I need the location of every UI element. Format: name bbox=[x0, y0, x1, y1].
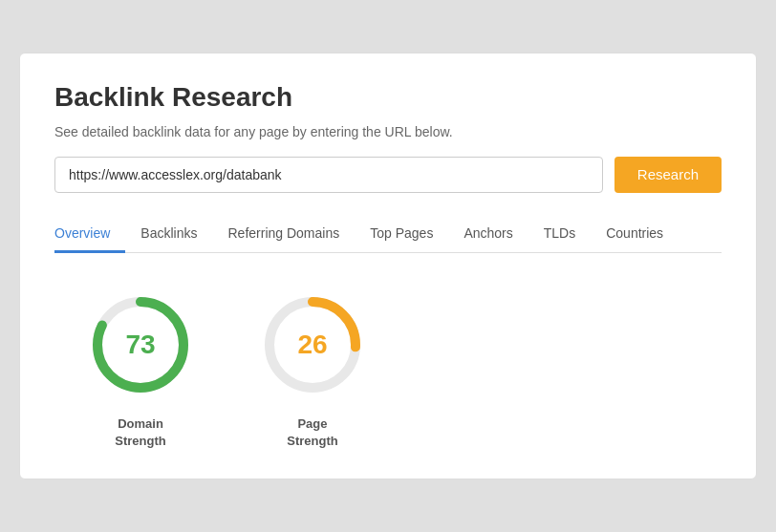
domain-strength-metric: 73 DomainStrength bbox=[83, 287, 198, 450]
search-row: Research bbox=[54, 157, 722, 193]
domain-strength-circle: 73 bbox=[83, 287, 198, 402]
page-strength-label: PageStrength bbox=[287, 415, 337, 450]
page-strength-metric: 26 PageStrength bbox=[255, 287, 370, 450]
tab-tlds[interactable]: TLDs bbox=[528, 216, 591, 253]
domain-strength-value: 73 bbox=[125, 330, 155, 360]
tab-overview[interactable]: Overview bbox=[54, 216, 125, 253]
tab-countries[interactable]: Countries bbox=[591, 216, 679, 253]
tabs-container: Overview Backlinks Referring Domains Top… bbox=[54, 216, 722, 253]
tab-anchors[interactable]: Anchors bbox=[448, 216, 528, 253]
tab-top-pages[interactable]: Top Pages bbox=[355, 216, 448, 253]
main-card: Backlink Research See detailed backlink … bbox=[19, 53, 757, 479]
research-button[interactable]: Research bbox=[614, 157, 722, 193]
page-strength-value: 26 bbox=[297, 330, 327, 360]
url-input[interactable] bbox=[54, 157, 603, 193]
domain-strength-label: DomainStrength bbox=[115, 415, 165, 450]
metrics-row: 73 DomainStrength 26 PageStrength bbox=[54, 287, 722, 450]
tab-referring-domains[interactable]: Referring Domains bbox=[213, 216, 356, 253]
page-title: Backlink Research bbox=[54, 82, 722, 113]
tab-backlinks[interactable]: Backlinks bbox=[125, 216, 212, 253]
subtitle: See detailed backlink data for any page … bbox=[54, 124, 722, 139]
page-strength-circle: 26 bbox=[255, 287, 370, 402]
